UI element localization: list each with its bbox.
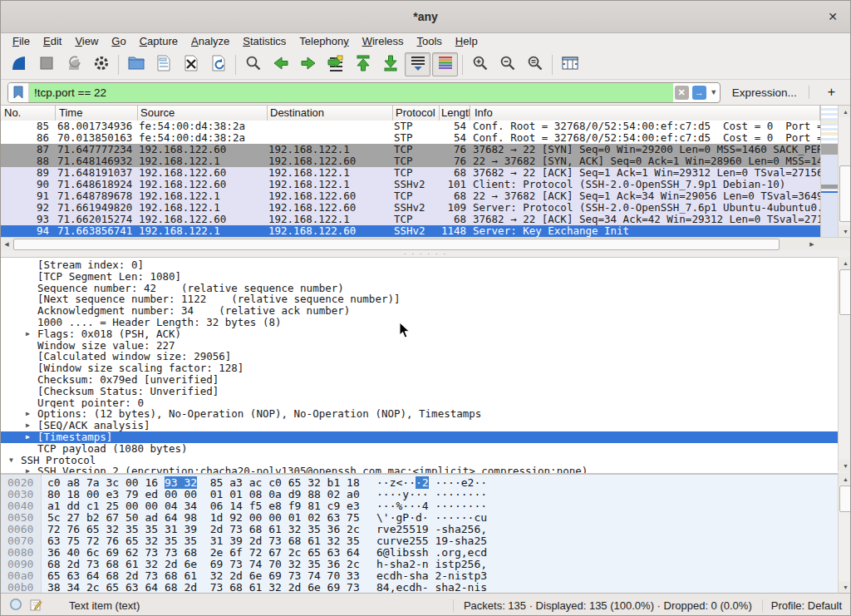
hex-ascii-char[interactable]: u xyxy=(383,535,390,547)
hex-ascii-char[interactable]: h xyxy=(376,558,383,570)
hex-ascii-char[interactable]: 5 xyxy=(422,535,429,547)
detail-line[interactable]: 1000 .... = Header Length: 32 bytes (8) xyxy=(1,317,838,328)
hex-byte[interactable]: 6e xyxy=(307,581,321,594)
hex-byte[interactable]: 33 xyxy=(347,569,360,582)
hex-byte[interactable]: 68 xyxy=(184,546,197,559)
packet-row[interactable]: 8871.648146932192.168.122.1192.168.122.6… xyxy=(1,155,820,167)
hex-byte[interactable]: 50 xyxy=(125,511,139,524)
hex-ascii-char[interactable]: p xyxy=(455,558,461,570)
hex-byte[interactable]: a0 xyxy=(347,488,360,500)
hex-byte[interactable]: 35 xyxy=(307,523,321,535)
hex-byte[interactable]: 63 xyxy=(47,535,61,547)
start-capture-button[interactable] xyxy=(6,52,32,76)
detail-line[interactable]: ▶Flags: 0x018 (PSH, ACK) xyxy=(1,328,838,340)
hex-byte[interactable]: 32 xyxy=(184,476,197,489)
hex-ascii-char[interactable]: e xyxy=(376,569,383,582)
hex-byte[interactable]: 01 xyxy=(229,488,243,500)
go-forward-button[interactable] xyxy=(295,52,321,76)
hex-byte[interactable]: 75 xyxy=(347,511,360,524)
hex-byte[interactable]: 64 xyxy=(145,581,158,594)
hex-row[interactable]: 00505c 27 b2 67 50 ad 64 98 1d 92 00 00 … xyxy=(1,512,838,524)
hex-byte[interactable]: 93 xyxy=(165,476,184,489)
hex-byte[interactable]: c9 xyxy=(327,500,341,512)
hex-byte[interactable]: 38 xyxy=(47,581,61,594)
hex-byte[interactable]: 2e xyxy=(210,546,224,559)
hex-byte[interactable]: 01 xyxy=(288,511,302,524)
hex-row[interactable]: 00a065 63 64 68 2d 73 68 61 32 2d 6e 69 … xyxy=(1,570,838,582)
hex-ascii-char[interactable]: n xyxy=(448,569,455,582)
hex-row[interactable]: 006072 76 65 32 35 35 31 39 2d 73 68 61 … xyxy=(1,524,838,535)
hex-ascii-char[interactable]: s xyxy=(441,558,448,570)
hex-ascii-char[interactable]: · xyxy=(455,488,461,500)
hex-ascii-char[interactable]: · xyxy=(409,476,416,489)
hex-byte[interactable]: f5 xyxy=(249,500,263,512)
scroll-down-icon[interactable]: ▼ xyxy=(839,581,851,593)
hex-ascii-char[interactable]: s xyxy=(480,581,487,594)
hex-byte[interactable]: d9 xyxy=(288,488,302,500)
hex-ascii-char[interactable]: , xyxy=(461,546,468,559)
hex-ascii-char[interactable]: c xyxy=(383,569,390,582)
hex-byte[interactable]: ad xyxy=(145,511,158,524)
scroll-thumb[interactable] xyxy=(13,239,780,250)
hex-byte[interactable]: 72 xyxy=(47,523,61,535)
hex-byte[interactable]: c0 xyxy=(268,476,282,489)
hex-ascii-char[interactable]: · xyxy=(383,476,390,489)
hex-byte[interactable]: 74 xyxy=(249,558,263,570)
hex-ascii-char[interactable]: · xyxy=(480,476,487,489)
packet-row[interactable]: 9371.662015274192.168.122.60192.168.122.… xyxy=(1,214,820,225)
menu-item-statistics[interactable]: Statistics xyxy=(236,34,293,49)
close-window-button[interactable]: ✕ xyxy=(820,1,845,32)
hex-byte[interactable]: 32 xyxy=(145,558,158,570)
hex-ascii-char[interactable]: h xyxy=(441,581,448,594)
hex-byte[interactable]: 68 xyxy=(229,581,243,594)
packet-row[interactable]: 8971.648191037192.168.122.60192.168.122.… xyxy=(1,167,820,179)
hex-byte[interactable]: 65 xyxy=(307,546,321,559)
hex-ascii[interactable]: ecdh-sha 2-nistp3 xyxy=(376,570,487,582)
hex-bytes[interactable]: 68 2d 73 68 61 32 2d 6e 69 73 74 70 32 3… xyxy=(47,559,360,570)
hex-ascii[interactable]: ···%···4 ········ xyxy=(376,500,487,512)
hex-ascii-char[interactable]: r xyxy=(376,523,383,535)
hex-byte[interactable]: 6c xyxy=(86,546,100,559)
hex-byte[interactable]: 69 xyxy=(268,569,282,582)
hex-byte[interactable]: 64 xyxy=(347,546,360,559)
hex-byte[interactable]: 63 xyxy=(327,546,341,559)
hex-ascii-char[interactable]: c xyxy=(402,581,409,594)
hex-byte[interactable]: 2d xyxy=(165,558,178,570)
hex-ascii-char[interactable]: c xyxy=(376,535,383,547)
filter-apply-button[interactable]: → xyxy=(692,86,706,100)
reload-file-button[interactable] xyxy=(205,52,231,76)
hex-ascii-char[interactable]: 9 xyxy=(441,535,448,547)
hex-byte[interactable]: 18 xyxy=(347,476,360,489)
hex-byte[interactable]: 73 xyxy=(347,581,360,594)
scroll-up-icon[interactable]: ▲ xyxy=(839,106,851,117)
hex-byte[interactable]: 36 xyxy=(327,523,341,535)
hex-ascii-char[interactable]: a xyxy=(422,569,429,582)
scroll-up-icon[interactable]: ▲ xyxy=(839,257,851,269)
scroll-thumb[interactable] xyxy=(839,269,851,315)
hex-byte[interactable]: 73 xyxy=(268,535,282,547)
hex-ascii-char[interactable]: 5 xyxy=(402,523,409,535)
hex-byte[interactable]: 35 xyxy=(145,523,158,535)
filter-dropdown-caret[interactable]: ▼ xyxy=(708,88,720,96)
hex-ascii-char[interactable]: · xyxy=(441,511,448,524)
hex-ascii-char[interactable]: s xyxy=(441,523,448,535)
hex-ascii-char[interactable]: · xyxy=(409,511,416,524)
menu-item-edit[interactable]: Edit xyxy=(37,34,68,49)
hex-ascii-char[interactable]: , xyxy=(480,523,487,535)
hex-byte[interactable]: c1 xyxy=(86,500,100,512)
hex-row[interactable]: 008036 40 6c 69 62 73 73 68 2e 6f 72 67 … xyxy=(1,547,838,559)
hex-byte[interactable]: 81 xyxy=(307,500,321,512)
menu-item-tools[interactable]: Tools xyxy=(411,34,449,49)
hex-byte[interactable]: 00 xyxy=(184,488,197,500)
hex-byte[interactable]: 32 xyxy=(288,558,302,570)
detail-line[interactable]: Window size value: 227 xyxy=(1,340,838,352)
hex-byte[interactable]: c0 xyxy=(47,476,61,489)
hex-ascii-char[interactable]: 2 xyxy=(409,535,416,547)
hex-row[interactable]: 0040a1 dd c1 25 00 00 04 34 06 14 f5 e8 … xyxy=(1,500,838,512)
hex-byte[interactable]: 61 xyxy=(307,535,321,547)
hex-byte[interactable]: 6f xyxy=(229,546,243,559)
close-file-button[interactable] xyxy=(178,52,204,76)
hex-ascii-char[interactable]: · xyxy=(409,500,416,512)
hex-byte[interactable]: 00 xyxy=(268,511,282,524)
detail-line[interactable]: [Next sequence number: 1122 (relative se… xyxy=(1,293,838,305)
